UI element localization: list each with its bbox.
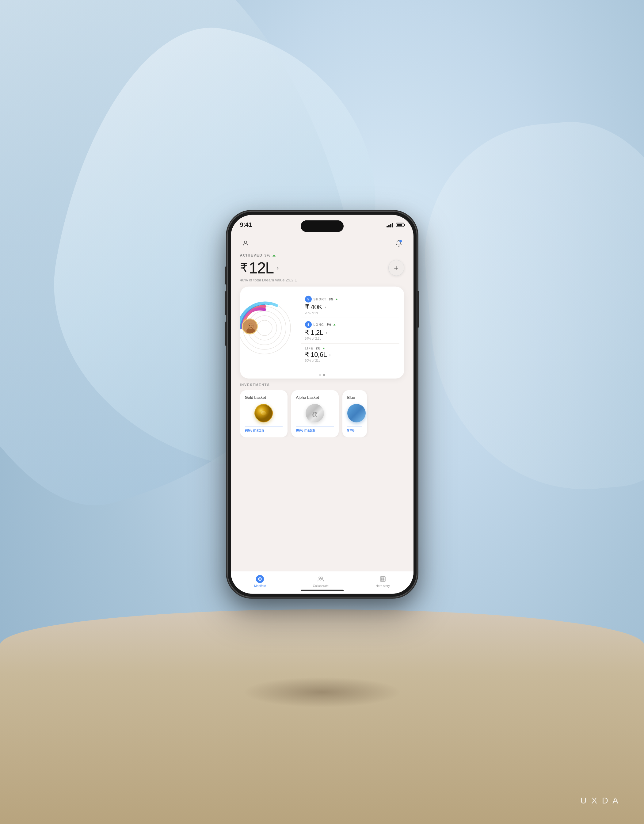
svg-point-17: [321, 577, 323, 579]
page-dot-1[interactable]: [319, 374, 321, 376]
phone-shadow: [243, 677, 402, 707]
amount-chevron-icon: ›: [277, 264, 278, 272]
goals-panel: 5 SHORT 8% ₹ 40K › 20% of 2L: [301, 293, 400, 365]
long-goal-badge: 4: [305, 321, 312, 328]
uxda-watermark: U X D A: [580, 796, 619, 806]
svg-point-11: [249, 325, 250, 326]
notification-icon: [395, 240, 403, 247]
gold-basket-card[interactable]: Gold basket: [240, 390, 287, 437]
phone-wrapper: 9:41: [227, 211, 417, 598]
short-goal-badge: 5: [305, 296, 312, 303]
svg-point-12: [251, 325, 252, 326]
person-icon: [242, 240, 249, 247]
long-trend-icon: [333, 324, 335, 325]
bg-shape-3: [414, 111, 644, 502]
nav-manifest[interactable]: Manifest: [254, 575, 266, 588]
trend-up-icon: [272, 254, 275, 256]
svg-rect-21: [381, 580, 383, 581]
dashboard-inner: 5 SHORT 8% ₹ 40K › 20% of 2L: [240, 287, 404, 372]
short-trend-icon: [336, 298, 338, 300]
page-dot-2[interactable]: [323, 374, 325, 376]
status-icons: [387, 222, 404, 227]
gold-basket-name: Gold basket: [245, 395, 266, 400]
life-goal-item[interactable]: LIFE 2% ₹ 10,6L › 50% of 21L: [301, 344, 400, 365]
svg-point-16: [319, 577, 321, 579]
gold-basket-icon: [254, 404, 273, 423]
notification-button[interactable]: [393, 238, 404, 249]
alpha-basket-icon: α: [306, 404, 324, 423]
volume-up-button[interactable]: [225, 291, 227, 315]
blue-basket-name: Blue: [347, 395, 355, 400]
manifest-label: Manifest: [254, 584, 266, 588]
svg-point-10: [248, 323, 254, 329]
long-goal-amount: ₹ 1,2L ›: [305, 329, 396, 337]
dream-value-text: 48% of total Dream value 25,2 L: [240, 278, 404, 282]
page-dots: [240, 372, 404, 378]
battery-icon: [396, 223, 404, 227]
radar-visualization: [240, 293, 301, 360]
hero-story-label: Hero story: [376, 584, 390, 588]
svg-rect-19: [381, 578, 383, 579]
profile-button[interactable]: [240, 238, 251, 249]
main-amount: ₹ 12L ›: [240, 259, 278, 277]
home-indicator[interactable]: [301, 590, 344, 591]
ground: [0, 609, 644, 824]
amount-row: ₹ 12L › +: [240, 259, 404, 277]
short-goal-amount: ₹ 40K ›: [305, 303, 396, 311]
alpha-basket-card[interactable]: Alpha basket α 96% match: [291, 390, 339, 437]
volume-silent-button[interactable]: [225, 266, 227, 285]
header-row: [240, 238, 404, 249]
phone-screen: 9:41: [231, 215, 413, 594]
svg-point-0: [244, 241, 247, 243]
signal-bars-icon: [387, 222, 393, 227]
life-trend-icon: [323, 347, 324, 349]
investments-row: Gold basket: [240, 390, 404, 437]
collaborate-label: Collaborate: [313, 584, 329, 588]
svg-rect-18: [380, 576, 385, 581]
achieved-label: ACHIEVED 3%: [240, 253, 404, 257]
blue-basket-icon: [347, 404, 366, 423]
alpha-basket-name: Alpha basket: [296, 395, 319, 400]
svg-point-1: [400, 240, 402, 243]
collaborate-icon: [317, 575, 324, 583]
life-goal-amount: ₹ 10,6L ›: [305, 351, 396, 359]
long-goal-item[interactable]: 4 LONG 3% ₹ 1,2L › 54% of 2,2L: [301, 318, 400, 344]
power-button[interactable]: [417, 291, 419, 328]
volume-down-button[interactable]: [225, 321, 227, 346]
svg-rect-22: [383, 580, 384, 581]
add-button[interactable]: +: [388, 260, 404, 276]
nav-collaborate[interactable]: Collaborate: [313, 575, 329, 588]
svg-point-6: [257, 320, 272, 336]
short-goal-item[interactable]: 5 SHORT 8% ₹ 40K › 20% of 2L: [301, 293, 400, 318]
user-avatar: [242, 318, 258, 334]
dashboard-card: 5 SHORT 8% ₹ 40K › 20% of 2L: [240, 287, 404, 378]
status-time: 9:41: [240, 221, 252, 228]
manifest-icon: [256, 575, 264, 583]
nav-hero-story[interactable]: Hero story: [376, 575, 390, 588]
blue-basket-match: 97%: [347, 426, 362, 432]
app-content: ACHIEVED 3% ₹ 12L › + 48% of total Dream…: [231, 235, 413, 594]
investments-section-title: INVESTMENTS: [240, 383, 404, 387]
blue-basket-card[interactable]: Blue 97%: [343, 390, 367, 437]
dynamic-island: [301, 220, 344, 232]
gold-basket-match: 98% match: [245, 426, 283, 432]
svg-point-15: [259, 578, 261, 580]
svg-rect-20: [383, 578, 384, 579]
alpha-basket-match: 96% match: [296, 426, 334, 432]
hero-story-icon: [379, 575, 387, 583]
phone-device: 9:41: [227, 211, 417, 598]
